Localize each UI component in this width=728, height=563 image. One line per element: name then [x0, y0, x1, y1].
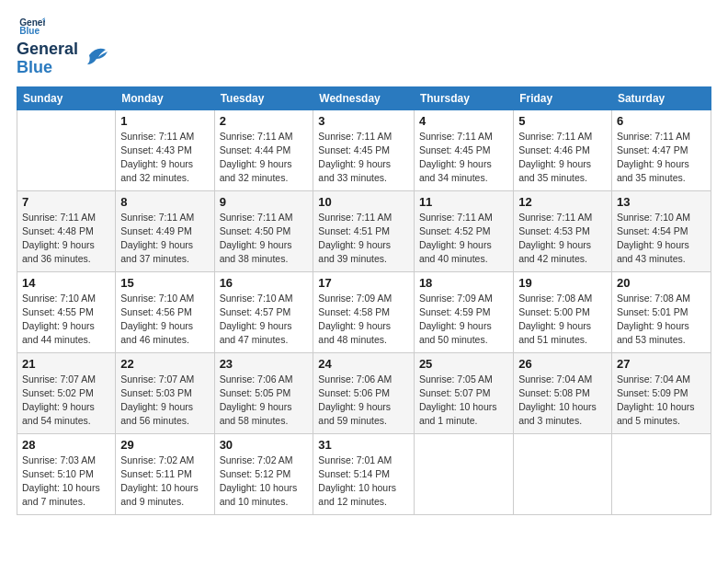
day-number: 28	[22, 438, 110, 452]
day-info: Sunrise: 7:09 AMSunset: 4:59 PMDaylight:…	[419, 292, 508, 348]
day-number: 27	[617, 357, 706, 371]
day-number: 22	[120, 357, 209, 371]
day-info: Sunrise: 7:10 AMSunset: 4:56 PMDaylight:…	[120, 292, 209, 348]
day-number: 11	[419, 195, 508, 209]
day-info: Sunrise: 7:03 AMSunset: 5:10 PMDaylight:…	[22, 454, 110, 510]
logo-blue: Blue	[17, 59, 78, 77]
day-number: 29	[120, 438, 209, 452]
weekday-header-sunday: Sunday	[17, 86, 116, 109]
day-number: 2	[220, 114, 309, 128]
calendar-cell: 29Sunrise: 7:02 AMSunset: 5:11 PMDayligh…	[116, 433, 214, 514]
day-number: 24	[318, 357, 409, 371]
day-info: Sunrise: 7:11 AMSunset: 4:52 PMDaylight:…	[419, 211, 508, 267]
calendar-cell: 25Sunrise: 7:05 AMSunset: 5:07 PMDayligh…	[414, 352, 513, 433]
day-number: 6	[617, 114, 706, 128]
day-info: Sunrise: 7:11 AMSunset: 4:45 PMDaylight:…	[318, 130, 409, 186]
day-number: 26	[518, 357, 607, 371]
calendar-cell: 19Sunrise: 7:08 AMSunset: 5:00 PMDayligh…	[514, 271, 612, 352]
calendar-cell	[17, 109, 116, 190]
weekday-header-monday: Monday	[116, 86, 214, 109]
day-number: 20	[617, 276, 706, 290]
day-number: 19	[518, 276, 607, 290]
calendar-cell: 3Sunrise: 7:11 AMSunset: 4:45 PMDaylight…	[313, 109, 415, 190]
calendar-table: SundayMondayTuesdayWednesdayThursdayFrid…	[17, 86, 711, 515]
weekday-header-saturday: Saturday	[611, 86, 711, 109]
calendar-cell: 17Sunrise: 7:09 AMSunset: 4:58 PMDayligh…	[313, 271, 415, 352]
calendar-cell: 9Sunrise: 7:11 AMSunset: 4:50 PMDaylight…	[214, 190, 313, 271]
day-info: Sunrise: 7:10 AMSunset: 4:55 PMDaylight:…	[22, 292, 110, 348]
calendar-cell	[611, 433, 711, 514]
calendar-cell	[514, 433, 612, 514]
day-number: 15	[120, 276, 209, 290]
calendar-cell: 26Sunrise: 7:04 AMSunset: 5:08 PMDayligh…	[514, 352, 612, 433]
logo-general: General	[17, 40, 78, 59]
calendar-cell: 7Sunrise: 7:11 AMSunset: 4:48 PMDaylight…	[17, 190, 116, 271]
day-info: Sunrise: 7:11 AMSunset: 4:46 PMDaylight:…	[518, 130, 607, 186]
logo: General Blue General Blue	[17, 17, 108, 77]
day-number: 25	[419, 357, 508, 371]
day-info: Sunrise: 7:10 AMSunset: 4:54 PMDaylight:…	[617, 211, 706, 267]
calendar-cell: 5Sunrise: 7:11 AMSunset: 4:46 PMDaylight…	[514, 109, 612, 190]
week-row-4: 21Sunrise: 7:07 AMSunset: 5:02 PMDayligh…	[17, 352, 711, 433]
calendar-cell: 16Sunrise: 7:10 AMSunset: 4:57 PMDayligh…	[214, 271, 313, 352]
calendar-cell: 11Sunrise: 7:11 AMSunset: 4:52 PMDayligh…	[414, 190, 513, 271]
calendar-cell: 27Sunrise: 7:04 AMSunset: 5:09 PMDayligh…	[611, 352, 711, 433]
day-number: 23	[220, 357, 309, 371]
day-info: Sunrise: 7:11 AMSunset: 4:43 PMDaylight:…	[120, 130, 209, 186]
day-info: Sunrise: 7:11 AMSunset: 4:51 PMDaylight:…	[318, 211, 409, 267]
weekday-header-friday: Friday	[514, 86, 612, 109]
day-info: Sunrise: 7:11 AMSunset: 4:47 PMDaylight:…	[617, 130, 706, 186]
day-info: Sunrise: 7:11 AMSunset: 4:53 PMDaylight:…	[518, 211, 607, 267]
calendar-cell: 1Sunrise: 7:11 AMSunset: 4:43 PMDaylight…	[116, 109, 214, 190]
page: General Blue General Blue	[0, 0, 728, 563]
calendar-cell: 8Sunrise: 7:11 AMSunset: 4:49 PMDaylight…	[116, 190, 214, 271]
day-info: Sunrise: 7:10 AMSunset: 4:57 PMDaylight:…	[220, 292, 309, 348]
day-number: 5	[518, 114, 607, 128]
week-row-3: 14Sunrise: 7:10 AMSunset: 4:55 PMDayligh…	[17, 271, 711, 352]
day-number: 13	[617, 195, 706, 209]
day-info: Sunrise: 7:07 AMSunset: 5:03 PMDaylight:…	[120, 373, 209, 429]
calendar-cell: 22Sunrise: 7:07 AMSunset: 5:03 PMDayligh…	[116, 352, 214, 433]
day-number: 9	[220, 195, 309, 209]
calendar-cell: 10Sunrise: 7:11 AMSunset: 4:51 PMDayligh…	[313, 190, 415, 271]
calendar-cell: 4Sunrise: 7:11 AMSunset: 4:45 PMDaylight…	[414, 109, 513, 190]
day-number: 4	[419, 114, 508, 128]
day-info: Sunrise: 7:02 AMSunset: 5:11 PMDaylight:…	[120, 454, 209, 510]
day-number: 31	[318, 438, 409, 452]
calendar-cell: 15Sunrise: 7:10 AMSunset: 4:56 PMDayligh…	[116, 271, 214, 352]
day-number: 16	[220, 276, 309, 290]
weekday-header-row: SundayMondayTuesdayWednesdayThursdayFrid…	[17, 86, 711, 109]
day-info: Sunrise: 7:06 AMSunset: 5:06 PMDaylight:…	[318, 373, 409, 429]
day-number: 30	[220, 438, 309, 452]
weekday-header-tuesday: Tuesday	[214, 86, 313, 109]
calendar-cell: 6Sunrise: 7:11 AMSunset: 4:47 PMDaylight…	[611, 109, 711, 190]
day-info: Sunrise: 7:07 AMSunset: 5:02 PMDaylight:…	[22, 373, 110, 429]
day-number: 17	[318, 276, 409, 290]
day-info: Sunrise: 7:04 AMSunset: 5:09 PMDaylight:…	[617, 373, 706, 429]
day-number: 3	[318, 114, 409, 128]
calendar-cell: 18Sunrise: 7:09 AMSunset: 4:59 PMDayligh…	[414, 271, 513, 352]
day-info: Sunrise: 7:02 AMSunset: 5:12 PMDaylight:…	[220, 454, 309, 510]
day-info: Sunrise: 7:11 AMSunset: 4:50 PMDaylight:…	[220, 211, 309, 267]
header: General Blue General Blue	[17, 17, 711, 77]
day-number: 12	[518, 195, 607, 209]
calendar-cell: 30Sunrise: 7:02 AMSunset: 5:12 PMDayligh…	[214, 433, 313, 514]
week-row-2: 7Sunrise: 7:11 AMSunset: 4:48 PMDaylight…	[17, 190, 711, 271]
day-info: Sunrise: 7:08 AMSunset: 5:01 PMDaylight:…	[617, 292, 706, 348]
day-number: 10	[318, 195, 409, 209]
day-info: Sunrise: 7:11 AMSunset: 4:48 PMDaylight:…	[22, 211, 110, 267]
day-number: 18	[419, 276, 508, 290]
calendar-cell: 31Sunrise: 7:01 AMSunset: 5:14 PMDayligh…	[313, 433, 415, 514]
day-number: 21	[22, 357, 110, 371]
day-info: Sunrise: 7:09 AMSunset: 4:58 PMDaylight:…	[318, 292, 409, 348]
week-row-1: 1Sunrise: 7:11 AMSunset: 4:43 PMDaylight…	[17, 109, 711, 190]
calendar-cell	[414, 433, 513, 514]
weekday-header-wednesday: Wednesday	[313, 86, 415, 109]
day-info: Sunrise: 7:11 AMSunset: 4:49 PMDaylight:…	[120, 211, 209, 267]
calendar-cell: 28Sunrise: 7:03 AMSunset: 5:10 PMDayligh…	[17, 433, 116, 514]
day-info: Sunrise: 7:11 AMSunset: 4:44 PMDaylight:…	[220, 130, 309, 186]
calendar-cell: 14Sunrise: 7:10 AMSunset: 4:55 PMDayligh…	[17, 271, 116, 352]
calendar-cell: 12Sunrise: 7:11 AMSunset: 4:53 PMDayligh…	[514, 190, 612, 271]
calendar-cell: 23Sunrise: 7:06 AMSunset: 5:05 PMDayligh…	[214, 352, 313, 433]
day-number: 14	[22, 276, 110, 290]
